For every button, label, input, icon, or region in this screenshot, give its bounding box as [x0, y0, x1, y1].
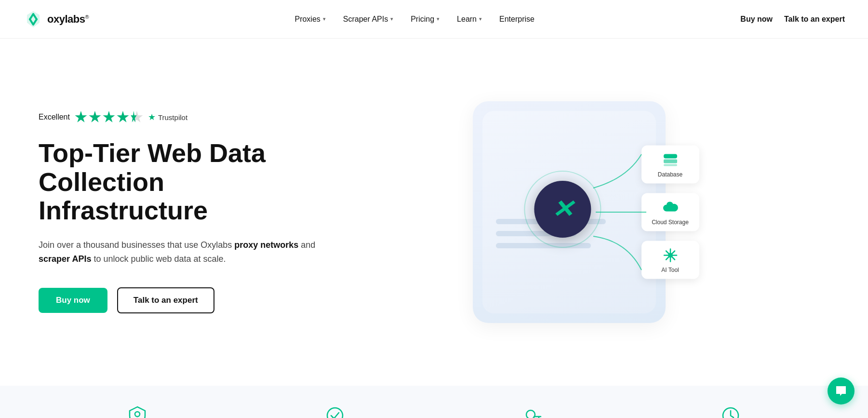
- hero-talk-to-expert-button[interactable]: Talk to an expert: [117, 287, 214, 313]
- navbar: oxylabs® Proxies ▾ Scraper APIs ▾ Pricin…: [0, 0, 868, 39]
- chat-bubble[interactable]: [828, 378, 855, 405]
- key-icon: [522, 405, 544, 418]
- ai-tool-icon: [662, 247, 679, 264]
- check-badge-icon: [324, 405, 346, 418]
- panel-cloud-storage: Cloud Storage: [641, 193, 699, 231]
- chevron-down-icon: ▾: [390, 16, 393, 22]
- nav-learn[interactable]: Learn ▾: [457, 15, 482, 24]
- chevron-down-icon: ▾: [479, 16, 482, 22]
- nav-right: Buy now Talk to an expert: [740, 15, 845, 24]
- star-2: [89, 111, 101, 123]
- nav-talk-to-expert-button[interactable]: Talk to an expert: [784, 15, 845, 24]
- svg-line-8: [666, 251, 669, 254]
- trustpilot-star-icon: ★: [148, 112, 156, 122]
- side-panels: Database Cloud Storage: [641, 146, 699, 279]
- nav-enterprise[interactable]: Enterprise: [499, 15, 534, 24]
- svg-line-11: [666, 257, 669, 260]
- nav-proxies[interactable]: Proxies ▾: [294, 15, 325, 24]
- svg-rect-0: [664, 154, 677, 159]
- panel-ai-tool: AI Tool: [641, 241, 699, 279]
- chevron-down-icon: ▾: [323, 16, 326, 22]
- star-1: [75, 111, 87, 123]
- nav-pricing[interactable]: Pricing ▾: [411, 15, 440, 24]
- hub-x-icon: ✕: [551, 197, 574, 221]
- hub-circle: ✕: [534, 181, 591, 238]
- bottom-strip: [0, 386, 868, 418]
- svg-line-10: [672, 251, 675, 254]
- database-label: Database: [658, 171, 682, 178]
- hero-left: Excellent ★ Trustpilot Top-Tier Web Data…: [39, 111, 318, 313]
- strip-item-3: [522, 405, 544, 418]
- trustpilot-row: Excellent ★ Trustpilot: [39, 111, 318, 123]
- star-4: [117, 111, 129, 123]
- strip-item-1: [127, 405, 148, 418]
- hero-right: ✕ Da: [318, 87, 829, 337]
- trustpilot-logo: ★ Trustpilot: [148, 112, 187, 122]
- chevron-down-icon: ▾: [437, 16, 440, 22]
- hero-section: Excellent ★ Trustpilot Top-Tier Web Data…: [0, 39, 868, 386]
- database-icon: [662, 151, 679, 169]
- star-5-half: [131, 111, 143, 123]
- svg-rect-1: [664, 160, 677, 163]
- panel-database: Database: [641, 146, 699, 184]
- logo-icon: [23, 9, 43, 29]
- star-3: [103, 111, 115, 123]
- logo[interactable]: oxylabs®: [23, 9, 89, 29]
- strip-item-4: [720, 405, 741, 418]
- hero-buy-now-button[interactable]: Buy now: [39, 288, 107, 313]
- trustpilot-label: Trustpilot: [158, 113, 187, 121]
- hero-illustration: ✕ Da: [454, 92, 694, 333]
- shield-icon: [127, 405, 148, 418]
- cloud-storage-label: Cloud Storage: [652, 219, 689, 226]
- hero-subtext: Join over a thousand businesses that use…: [39, 238, 318, 266]
- strip-item-2: [324, 405, 346, 418]
- svg-rect-2: [664, 164, 677, 166]
- trustpilot-stars: [75, 111, 143, 123]
- svg-line-9: [672, 257, 675, 260]
- nav-scraper-apis[interactable]: Scraper APIs ▾: [343, 15, 393, 24]
- nav-buy-now-button[interactable]: Buy now: [740, 15, 773, 24]
- cloud-storage-icon: [662, 199, 679, 216]
- clock-icon: [720, 405, 741, 418]
- ai-tool-label: AI Tool: [661, 267, 679, 273]
- trustpilot-excellent-label: Excellent: [39, 113, 70, 121]
- hero-heading: Top-Tier Web Data Collection Infrastruct…: [39, 139, 318, 225]
- svg-point-12: [135, 412, 140, 417]
- nav-center: Proxies ▾ Scraper APIs ▾ Pricing ▾ Learn…: [294, 15, 534, 24]
- hub-wrapper: ✕: [534, 181, 591, 238]
- chat-icon: [834, 384, 848, 398]
- logo-text: oxylabs®: [47, 13, 89, 26]
- hero-buttons: Buy now Talk to an expert: [39, 287, 318, 313]
